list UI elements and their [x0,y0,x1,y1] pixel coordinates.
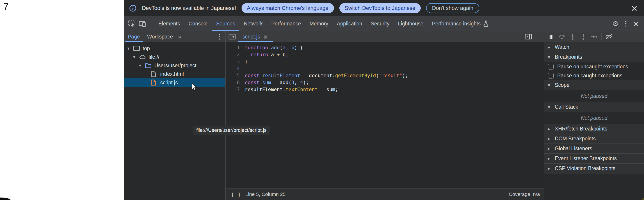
step-out-icon[interactable] [578,31,589,42]
code-lines[interactable]: function add(a, b) { return a + b;}const… [243,42,408,189]
tree-item-Users-user-project[interactable]: ▼Users/user/project [124,61,225,70]
tab-label: Performance insights [432,21,481,27]
hide-navigator-icon[interactable] [227,31,237,42]
step-over-icon[interactable] [556,31,567,42]
tab-sources[interactable]: Sources [212,16,239,31]
sources-navigator-panel: PageWorkspace » ▼top▼file://▼Users/user/… [124,31,226,200]
section-header-call-stack[interactable]: ▼Call Stack [544,102,644,112]
checkbox[interactable] [548,64,554,69]
line-number[interactable]: 3 [226,58,243,65]
checkbox-label: Pause on caught exceptions [557,73,622,79]
tree-item-file-[interactable]: ▼file:// [124,53,225,61]
tree-item-top[interactable]: ▼top [124,44,225,53]
tab-memory[interactable]: Memory [305,16,332,31]
pause-script-icon[interactable] [546,31,556,42]
chevron-right-icon[interactable]: ▶ [548,127,552,131]
scope-content: Not paused [544,90,644,102]
navigator-tab-page[interactable]: Page [124,31,143,42]
chevron-down-icon[interactable]: ▼ [548,55,552,59]
tab-console[interactable]: Console [184,16,212,31]
file-tree: ▼top▼file://▼Users/user/projectindex.htm… [124,42,225,87]
code-token: textContent [286,87,318,92]
line-number-gutter[interactable]: 1234567 [226,42,243,189]
code-token [268,45,271,50]
infobar-button-0[interactable]: Always match Chrome's language [242,3,334,13]
infobar-button-1[interactable]: Switch DevTools to Japanese [339,3,421,13]
checkbox[interactable] [548,73,554,78]
step-into-icon[interactable] [567,31,578,42]
chevron-right-icon[interactable]: ▶ [548,157,552,160]
section-header-global-listeners[interactable]: ▶Global Listeners [544,144,644,154]
expand-arrow-icon[interactable]: ▼ [133,55,139,59]
code-token: 3 [291,80,294,85]
code-token: } [245,59,248,64]
close-tab-icon[interactable]: × [263,33,268,40]
infobar-button-2[interactable]: Don't show again [426,3,479,13]
settings-gear-icon[interactable]: ⚙ [610,18,621,29]
deactivate-breakpoints-icon[interactable] [604,31,614,42]
code-token: getElementById [335,73,376,78]
chevron-right-icon[interactable]: ▶ [548,137,552,141]
section-header-breakpoints[interactable]: ▼Breakpoints [544,52,644,62]
more-tabs-icon[interactable]: » [178,33,182,40]
navigator-tab-workspace[interactable]: Workspace [144,31,176,42]
code-line[interactable]: const resultElement = document.getElemen… [245,72,408,79]
close-devtools-icon[interactable]: × [631,19,641,28]
tree-item-index-html[interactable]: index.html [124,70,225,78]
chevron-down-icon[interactable]: ▼ [548,83,552,87]
line-number[interactable]: 2 [226,51,243,58]
chevron-right-icon[interactable]: ▶ [548,167,552,170]
infobar-close-icon[interactable]: × [630,4,639,12]
toolbar-divider [150,20,150,27]
code-line[interactable]: const sum = add(3, 4); [245,79,408,86]
code-token: ) { [294,45,303,50]
code-line[interactable] [245,65,408,72]
expand-arrow-icon[interactable]: ▼ [127,47,133,50]
chevron-right-icon[interactable]: ▶ [548,147,552,151]
code-line[interactable]: function add(a, b) { [245,44,408,51]
tab-lighthouse[interactable]: Lighthouse [394,16,428,31]
line-number[interactable]: 7 [226,86,243,93]
editor-tab-scriptjs[interactable]: script.js × [238,31,273,42]
editor-tab-label: script.js [242,34,260,40]
tab-performance[interactable]: Performance [267,16,305,31]
tab-network[interactable]: Network [240,16,267,31]
section-header-xhr-fetch-breakpoints[interactable]: ▶XHR/fetch Breakpoints [544,124,644,134]
code-token: add [271,45,280,50]
section-header-event-listener-breakpoints[interactable]: ▶Event Listener Breakpoints [544,154,644,164]
navigator-kebab-icon[interactable] [216,32,223,41]
code-token: = document. [300,73,335,78]
checkbox-row-pause-on-caught-exceptions[interactable]: Pause on caught exceptions [544,71,644,80]
line-number[interactable]: 4 [226,65,243,72]
hide-debugger-sidebar-icon[interactable] [524,31,533,42]
debug-toolbar [544,31,644,42]
tab-label: Application [337,21,362,27]
tab-performance-insights[interactable]: Performance insights [428,16,493,31]
inspect-element-icon[interactable] [127,18,137,29]
expand-arrow-icon[interactable]: ▼ [139,64,145,67]
more-options-kebab-icon[interactable] [622,19,629,28]
code-token [259,80,262,85]
section-label: Global Listeners [555,146,592,152]
code-editor[interactable]: 1234567 function add(a, b) { return a + … [226,42,544,189]
device-toolbar-icon[interactable] [137,18,148,29]
code-line[interactable]: return a + b; [245,51,408,58]
section-header-dom-breakpoints[interactable]: ▶DOM Breakpoints [544,134,644,144]
chevron-down-icon[interactable]: ▼ [548,105,552,109]
tab-security[interactable]: Security [366,16,394,31]
section-header-watch[interactable]: ▶Watch [544,42,644,52]
tab-elements[interactable]: Elements [154,16,184,31]
code-line[interactable]: } [245,58,408,65]
section-header-csp-violation-breakpoints[interactable]: ▶CSP Violation Breakpoints [544,164,644,174]
section-header-scope[interactable]: ▼Scope [544,80,644,90]
pretty-print-icon[interactable]: { } [231,192,241,197]
line-number[interactable]: 5 [226,72,243,79]
tree-item-script-js[interactable]: script.js [124,78,225,87]
checkbox-row-pause-on-uncaught-exceptions[interactable]: Pause on uncaught exceptions [544,62,644,71]
tab-application[interactable]: Application [332,16,366,31]
line-number[interactable]: 6 [226,79,243,86]
line-number[interactable]: 1 [226,44,243,51]
chevron-right-icon[interactable]: ▶ [548,45,552,49]
step-icon[interactable] [589,31,600,42]
code-line[interactable]: resultElement.textContent = sum; [245,86,408,93]
